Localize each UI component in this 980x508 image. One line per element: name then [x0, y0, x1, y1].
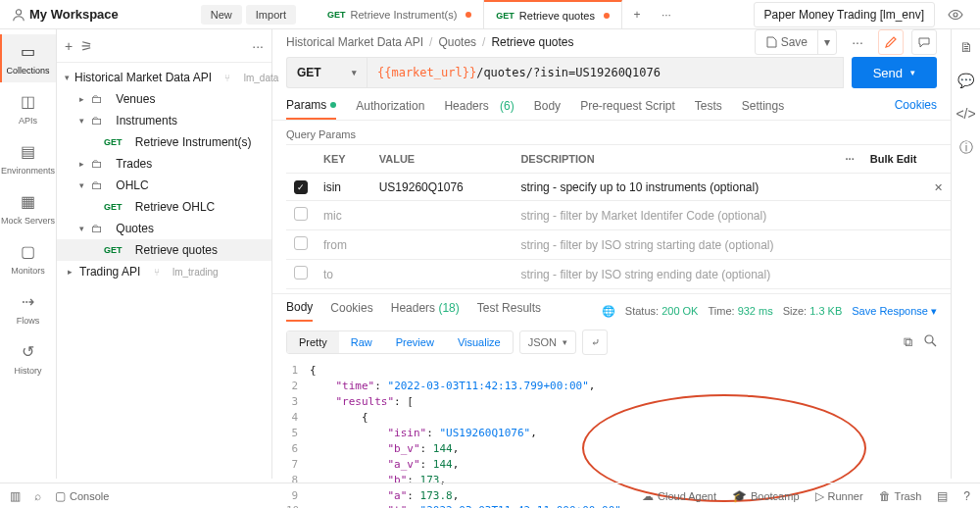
runner-icon: ▷ — [815, 489, 824, 503]
tree-ohlc[interactable]: ▾🗀 OHLC — [57, 175, 271, 196]
rail-mock-servers[interactable]: ▦Mock Servers — [0, 184, 56, 232]
tab-add-button[interactable]: + — [622, 0, 652, 29]
tab-tests[interactable]: Tests — [695, 98, 722, 120]
view-raw[interactable]: Raw — [339, 331, 384, 353]
footer-trash[interactable]: 🗑Trash — [879, 489, 922, 503]
rail-monitors[interactable]: ▢Monitors — [0, 234, 56, 282]
view-visualize[interactable]: Visualize — [446, 331, 513, 353]
code-icon[interactable]: </> — [956, 106, 975, 122]
environment-select[interactable]: Paper Money Trading [lm_env] — [754, 2, 935, 27]
table-row[interactable]: tostring - filter by ISO string ending d… — [286, 260, 951, 289]
tree-quotes[interactable]: ▾🗀 Quotes — [57, 218, 271, 239]
footer-layout[interactable]: ▤ — [937, 489, 948, 503]
col-options[interactable]: ··· — [838, 145, 862, 174]
rail-history[interactable]: ↺History — [0, 334, 56, 382]
wrap-toggle[interactable]: ⤶ — [582, 330, 608, 355]
search-button[interactable] — [924, 334, 937, 350]
save-response-button[interactable]: Save Response ▾ — [852, 305, 937, 318]
footer-cloud-agent[interactable]: ☁Cloud Agent — [642, 489, 716, 503]
tree-retrieve-instruments[interactable]: GET Retrieve Instrument(s) — [57, 131, 271, 153]
method-select[interactable]: GET▾ — [286, 57, 367, 88]
info-icon[interactable]: ⓘ — [959, 139, 973, 157]
bulk-edit-button[interactable]: Bulk Edit — [870, 153, 917, 165]
tree-retrieve-ohlc[interactable]: GET Retrieve OHLC — [57, 196, 271, 218]
create-button[interactable]: + — [65, 38, 73, 54]
tab-auth[interactable]: Authorization — [356, 98, 424, 120]
view-pretty[interactable]: Pretty — [287, 331, 339, 353]
resp-tab-tests[interactable]: Test Results — [477, 301, 541, 321]
flows-icon: ⇢ — [0, 292, 56, 311]
close-icon[interactable]: ✕ — [928, 181, 943, 193]
save-button[interactable]: Save ▾ — [755, 29, 837, 55]
cookies-link[interactable]: Cookies — [895, 98, 937, 120]
chevron-down-icon: ▾ — [563, 337, 567, 347]
documentation-icon[interactable]: 🗎 — [959, 39, 973, 55]
chevron-down-icon: ▾ — [352, 68, 357, 77]
side-more-button[interactable]: ··· — [252, 38, 264, 54]
method-badge: GET — [496, 11, 514, 21]
chevron-down-icon: ▾ — [910, 68, 915, 77]
tab-label: Retrieve Instrument(s) — [351, 9, 458, 21]
footer-find[interactable]: ⌕ — [34, 489, 41, 503]
filter-button[interactable]: ⚞ — [80, 38, 93, 54]
request-more-button[interactable]: ··· — [845, 29, 870, 55]
checkbox[interactable]: ✓ — [294, 180, 308, 194]
footer-help[interactable]: ? — [963, 489, 970, 503]
checkbox[interactable] — [294, 207, 308, 221]
table-row[interactable]: micstring - filter by Market Identifer C… — [286, 201, 951, 230]
view-preview[interactable]: Preview — [384, 331, 446, 353]
url-input[interactable]: {{market_url}}/quotes/?isin=US19260Q1076 — [367, 57, 844, 88]
tree-venues[interactable]: ▸🗀 Venues — [57, 88, 271, 110]
tree-trades[interactable]: ▸🗀 Trades — [57, 153, 271, 175]
tab-retrieve-quotes[interactable]: GET Retrieve quotes — [484, 0, 622, 29]
footer-runner[interactable]: ▷Runner — [815, 489, 863, 503]
resp-tab-headers[interactable]: Headers (18) — [391, 301, 460, 321]
tab-body[interactable]: Body — [534, 98, 561, 120]
footer-bootcamp[interactable]: 🎓Bootcamp — [732, 489, 800, 503]
comment-button[interactable] — [911, 29, 937, 55]
env-quicklook-button[interactable] — [943, 2, 968, 27]
globe-icon[interactable]: 🌐 — [602, 305, 615, 318]
format-select[interactable]: JSON▾ — [519, 330, 576, 354]
tab-prerequest[interactable]: Pre-request Script — [580, 98, 675, 120]
breadcrumb[interactable]: Historical Market Data API — [286, 35, 423, 49]
import-button[interactable]: Import — [246, 5, 296, 25]
tree-root[interactable]: ▾Historical Market Data API ⑂ lm_data — [57, 67, 271, 88]
tab-settings[interactable]: Settings — [742, 98, 784, 120]
save-dropdown[interactable]: ▾ — [817, 30, 836, 54]
table-row[interactable]: ✓isinUS19260Q1076string - specify up to … — [286, 174, 951, 201]
search-icon: ⌕ — [34, 489, 41, 503]
rail-collections[interactable]: ▭Collections — [0, 34, 56, 82]
folder-icon: 🗀 — [91, 222, 103, 235]
breadcrumb[interactable]: Quotes — [438, 35, 476, 49]
comments-icon[interactable]: 💬 — [957, 73, 974, 88]
rail-environments[interactable]: ▤Environments — [0, 134, 56, 182]
caret-down-icon: ▾ — [65, 73, 70, 82]
tree-trading-api[interactable]: ▸Trading API ⑂ lm_trading — [57, 261, 271, 282]
new-button[interactable]: New — [201, 5, 242, 25]
tab-params[interactable]: Params — [286, 98, 336, 120]
checkbox[interactable] — [294, 266, 308, 279]
copy-button[interactable]: ⧉ — [904, 334, 912, 350]
footer-console[interactable]: ▢Console — [55, 489, 109, 503]
tab-headers[interactable]: Headers (6) — [444, 98, 514, 120]
caret-right-icon: ▸ — [76, 94, 86, 104]
eye-icon — [948, 7, 963, 23]
tree-retrieve-quotes[interactable]: GET Retrieve quotes — [57, 239, 271, 261]
footer-sidebar-toggle[interactable]: ▥ — [10, 489, 21, 503]
edit-button[interactable] — [878, 29, 904, 55]
bootcamp-icon: 🎓 — [732, 489, 747, 503]
resp-tab-body[interactable]: Body — [286, 300, 313, 322]
caret-right-icon: ▸ — [76, 159, 86, 169]
tree-instruments[interactable]: ▾🗀 Instruments — [57, 110, 271, 131]
send-button[interactable]: Send▾ — [852, 57, 937, 88]
tab-more-button[interactable]: ··· — [652, 0, 681, 29]
rail-apis[interactable]: ◫APIs — [0, 84, 56, 132]
tab-retrieve-instruments[interactable]: GET Retrieve Instrument(s) — [316, 0, 484, 29]
rail-flows[interactable]: ⇢Flows — [0, 284, 56, 332]
pencil-icon — [885, 36, 897, 48]
checkbox[interactable] — [294, 236, 308, 250]
status-badge: 200 OK — [662, 305, 698, 317]
resp-tab-cookies[interactable]: Cookies — [330, 301, 372, 321]
table-row[interactable]: fromstring - filter by ISO string starti… — [286, 230, 951, 260]
